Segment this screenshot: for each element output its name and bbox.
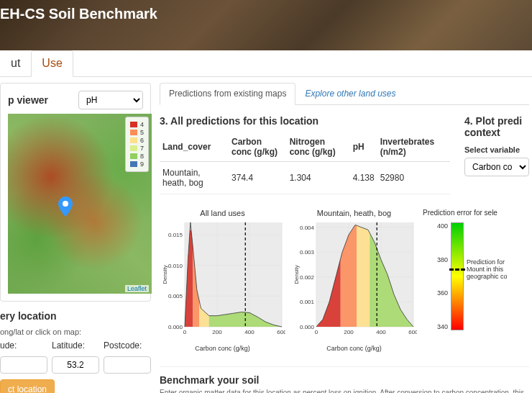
table-row: Mountain, heath, bog 374.4 1.304 4.138 5… — [160, 162, 450, 194]
svg-text:200: 200 — [344, 329, 354, 335]
longitude-input[interactable] — [0, 356, 47, 374]
prediction-tabs: Predictions from existing maps Explore o… — [160, 83, 529, 105]
tab-use[interactable]: Use — [31, 50, 73, 77]
plot-variable-label: Select variable — [464, 145, 520, 154]
svg-text:Density: Density — [293, 265, 300, 284]
app-header: EH-CS Soil Benchmark — [0, 0, 532, 50]
chart-all-landuses: 02004006000.0000.0050.0100.015Density — [160, 219, 285, 341]
svg-text:600: 600 — [277, 329, 285, 335]
chart-right-xlabel: Carbon conc (g/kg) — [291, 345, 417, 352]
benchmark-section: Benchmark your soil Enter organic matter… — [160, 366, 529, 393]
svg-point-0 — [63, 201, 68, 207]
postcode-input[interactable] — [104, 356, 151, 374]
longitude-label: ude: — [0, 340, 47, 351]
benchmark-title: Benchmark your soil — [160, 374, 529, 386]
svg-text:0.002: 0.002 — [300, 274, 315, 281]
svg-text:0.015: 0.015 — [168, 232, 183, 238]
map-viewer-panel: p viewer pH 4 5 6 7 8 9 Leaflet — [0, 83, 151, 302]
latitude-label: Latitude: — [52, 340, 99, 351]
svg-text:200: 200 — [212, 329, 222, 335]
svg-text:0.001: 0.001 — [300, 299, 315, 305]
col-ph: pH — [350, 132, 377, 162]
svg-text:0: 0 — [315, 329, 318, 335]
svg-text:0.004: 0.004 — [300, 225, 315, 231]
map-marker-icon[interactable] — [58, 196, 73, 219]
chart-error-title: Prediction error for sele — [423, 209, 523, 217]
predictions-table: Land_cover Carbon conc (g/kg) Nitrogen c… — [160, 132, 450, 194]
query-location-panel: ery location ong/lat or click on map: ud… — [0, 310, 151, 393]
tab-predictions-maps[interactable]: Predictions from existing maps — [160, 83, 295, 105]
prediction-error-colorbar: 400 380 360 340 Prediction for Mount in … — [437, 222, 523, 330]
svg-text:0: 0 — [183, 329, 187, 335]
map-attribution[interactable]: Leaflet — [125, 285, 149, 292]
map-viewer-title: p viewer — [8, 94, 48, 106]
prediction-marker-line — [449, 268, 465, 271]
chart-left-xlabel: Carbon conc (g/kg) — [160, 345, 285, 352]
col-inverts: Invertebrates (n/m2) — [377, 132, 450, 162]
svg-text:400: 400 — [244, 329, 254, 335]
map-legend: 4 5 6 7 8 9 — [125, 117, 149, 172]
svg-text:Density: Density — [162, 265, 168, 284]
map-variable-select[interactable]: pH — [78, 91, 143, 109]
svg-text:0.003: 0.003 — [300, 249, 315, 256]
map[interactable]: 4 5 6 7 8 9 Leaflet — [8, 114, 152, 294]
col-carbon: Carbon conc (g/kg) — [229, 132, 287, 162]
chart-left-title: All land uses — [160, 209, 285, 217]
app-title: EH-CS Soil Benchmark — [0, 6, 532, 22]
benchmark-desc: Enter organic matter data for this locat… — [160, 389, 529, 393]
select-location-button[interactable]: ct location — [0, 379, 55, 393]
col-nitrogen: Nitrogen conc (g/kg) — [287, 132, 350, 162]
tab-explore-landuses[interactable]: Explore other land uses — [295, 83, 405, 104]
svg-text:0.000: 0.000 — [300, 324, 315, 330]
chart-right-title: Mountain, heath, bog — [291, 209, 417, 217]
svg-text:0.000: 0.000 — [168, 324, 183, 330]
plot-variable-select[interactable]: Carbon conc — [464, 158, 529, 176]
top-tabs: ut Use — [0, 50, 532, 77]
chart-mountain-heath-bog: 02004006000.0000.0010.0020.0030.004Densi… — [291, 219, 417, 341]
postcode-label: Postcode: — [104, 340, 151, 351]
svg-text:0.010: 0.010 — [168, 263, 183, 269]
query-location-title: ery location — [0, 310, 151, 322]
prediction-error-note: Prediction for Mount in this geographic … — [467, 258, 510, 280]
tab-about[interactable]: ut — [0, 50, 31, 76]
section3-title: 3. All predictions for this location — [160, 115, 450, 127]
col-landcover: Land_cover — [160, 132, 229, 162]
svg-text:0.005: 0.005 — [168, 293, 183, 299]
query-location-hint: ong/lat or click on map: — [0, 328, 151, 336]
latitude-input[interactable] — [52, 356, 99, 374]
section4-title: 4. Plot predi context — [464, 115, 529, 138]
svg-text:600: 600 — [408, 329, 417, 335]
svg-text:400: 400 — [376, 329, 386, 335]
